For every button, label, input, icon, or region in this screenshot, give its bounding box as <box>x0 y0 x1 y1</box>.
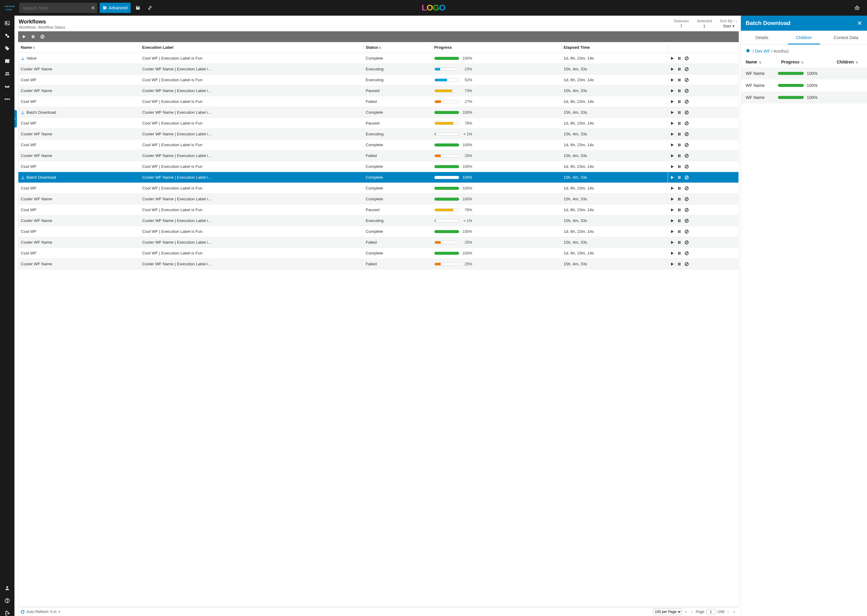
rp-col-children[interactable]: Children ⇅ <box>828 57 867 68</box>
table-scroll[interactable]: Name⇅ Execution Label Status⇅ Progress E… <box>18 42 739 607</box>
cancel-icon[interactable] <box>684 186 689 190</box>
cancel-icon[interactable] <box>684 240 689 245</box>
table-row[interactable]: Cool WF Cool WF | Execution Label is Fun… <box>18 118 738 129</box>
cancel-icon[interactable] <box>684 89 689 93</box>
cancel-icon[interactable] <box>684 218 689 223</box>
page-input[interactable] <box>706 609 715 615</box>
table-row[interactable]: Cooler WF Name Cooler WF Name | Executio… <box>18 150 738 161</box>
pause-icon[interactable] <box>678 132 681 136</box>
play-icon[interactable] <box>670 57 674 60</box>
cancel-all-icon[interactable] <box>40 35 44 39</box>
cancel-icon[interactable] <box>684 262 689 266</box>
cancel-icon[interactable] <box>684 132 689 136</box>
tab-context[interactable]: Context Data <box>825 31 867 44</box>
play-icon[interactable] <box>670 251 674 255</box>
page-last-icon[interactable]: » <box>732 610 736 614</box>
per-page-select[interactable]: 100 per Page <box>653 608 682 615</box>
cancel-icon[interactable] <box>684 121 689 126</box>
pause-icon[interactable] <box>678 100 681 104</box>
cancel-icon[interactable] <box>684 175 689 179</box>
page-next-icon[interactable]: › <box>726 610 730 614</box>
home-icon[interactable] <box>746 48 750 53</box>
table-row[interactable]: Batch Download Cooler WF Name | Executio… <box>18 172 738 183</box>
map-icon[interactable] <box>4 58 11 64</box>
play-icon[interactable] <box>670 262 674 266</box>
cancel-icon[interactable] <box>684 99 689 104</box>
table-row[interactable]: Cooler WF Name Cooler WF Name | Executio… <box>18 194 738 204</box>
tab-details[interactable]: Details <box>741 31 783 44</box>
cancel-icon[interactable] <box>684 251 689 255</box>
pause-icon[interactable] <box>678 176 681 179</box>
rp-col-progress[interactable]: Progress ⇅ <box>773 57 828 68</box>
cancel-icon[interactable] <box>684 67 689 71</box>
pause-icon[interactable] <box>678 154 681 158</box>
play-icon[interactable] <box>670 240 674 244</box>
panel-row[interactable]: WF Name 100% <box>741 91 867 104</box>
play-icon[interactable] <box>670 68 674 71</box>
save-icon[interactable] <box>133 5 143 10</box>
play-icon[interactable] <box>670 197 674 201</box>
pause-icon[interactable] <box>678 230 681 233</box>
col-progress[interactable]: Progress <box>432 42 561 53</box>
table-row[interactable]: Batch Download Cooler WF Name | Executio… <box>18 107 738 118</box>
col-status[interactable]: Status⇅ <box>363 42 432 53</box>
user-icon[interactable] <box>4 585 11 591</box>
cancel-icon[interactable] <box>684 154 689 158</box>
pause-icon[interactable] <box>678 143 681 147</box>
table-row[interactable]: Cooler WF Name Cooler WF Name | Executio… <box>18 215 738 226</box>
sidebar-expand-handle[interactable] <box>14 110 17 127</box>
play-icon[interactable] <box>670 78 674 82</box>
play-icon[interactable] <box>670 89 674 93</box>
table-row[interactable]: Cool WF Cool WF | Execution Label is Fun… <box>18 75 738 85</box>
cancel-icon[interactable] <box>684 110 689 115</box>
pause-icon[interactable] <box>678 121 681 125</box>
pause-icon[interactable] <box>678 187 681 190</box>
pause-all-icon[interactable] <box>31 35 35 39</box>
play-icon[interactable] <box>670 208 674 212</box>
table-row[interactable]: Cooler WF Name Cooler WF Name | Executio… <box>18 259 738 269</box>
pause-icon[interactable] <box>678 197 681 201</box>
search-clear-icon[interactable]: ✕ <box>88 5 97 11</box>
cancel-icon[interactable] <box>684 78 689 82</box>
table-row[interactable]: Cooler WF Name Cooler WF Name | Executio… <box>18 64 738 75</box>
tab-children[interactable]: Children <box>783 31 825 44</box>
play-icon[interactable] <box>670 143 674 147</box>
play-icon[interactable] <box>670 154 674 158</box>
play-icon[interactable] <box>670 121 674 125</box>
cancel-icon[interactable] <box>684 56 689 60</box>
table-row[interactable]: Cool WF Cool WF | Execution Label is Fun… <box>18 226 738 237</box>
play-icon[interactable] <box>670 165 674 168</box>
sidebar-expand-icon[interactable]: » <box>6 609 8 614</box>
close-icon[interactable]: ✕ <box>857 20 862 27</box>
help-icon[interactable] <box>4 598 11 603</box>
table-row[interactable]: Cool WF Cool WF | Execution Label is Fun… <box>18 204 738 215</box>
table-row[interactable]: Cool WF Cool WF | Execution Label is Fun… <box>18 140 738 150</box>
pause-icon[interactable] <box>678 111 681 114</box>
pause-icon[interactable] <box>678 78 681 82</box>
table-row[interactable]: Cool WF Cool WF | Execution Label is Fun… <box>18 161 738 172</box>
tag-icon[interactable] <box>4 46 11 51</box>
refresh-icon[interactable] <box>20 610 25 614</box>
link-icon[interactable] <box>145 5 155 10</box>
pause-icon[interactable] <box>678 262 681 266</box>
play-icon[interactable] <box>670 230 674 233</box>
play-icon[interactable] <box>670 176 674 179</box>
page-prev-icon[interactable]: ‹ <box>690 610 694 614</box>
pause-icon[interactable] <box>678 89 681 93</box>
play-icon[interactable] <box>670 111 674 114</box>
table-row[interactable]: Cool WF Cool WF | Execution Label is Fun… <box>18 183 738 194</box>
summary-sort[interactable]: Sort By ↑↓ Start ▾ <box>720 19 738 28</box>
table-row[interactable]: Cool WF Cool WF | Execution Label is Fun… <box>18 96 738 107</box>
table-row[interactable]: Cooler WF Name Cooler WF Name | Executio… <box>18 237 738 248</box>
users-icon[interactable] <box>4 71 11 76</box>
basket-icon[interactable] <box>852 5 862 11</box>
more-icon[interactable]: ••• <box>4 96 11 102</box>
cancel-icon[interactable] <box>684 208 689 212</box>
pause-icon[interactable] <box>678 68 681 71</box>
pause-icon[interactable] <box>678 57 681 60</box>
search-input[interactable] <box>19 3 88 13</box>
col-name[interactable]: Name⇅ <box>18 42 140 53</box>
cancel-icon[interactable] <box>684 197 689 201</box>
cancel-icon[interactable] <box>684 165 689 169</box>
panel-row[interactable]: WF Name 100% <box>741 79 867 91</box>
